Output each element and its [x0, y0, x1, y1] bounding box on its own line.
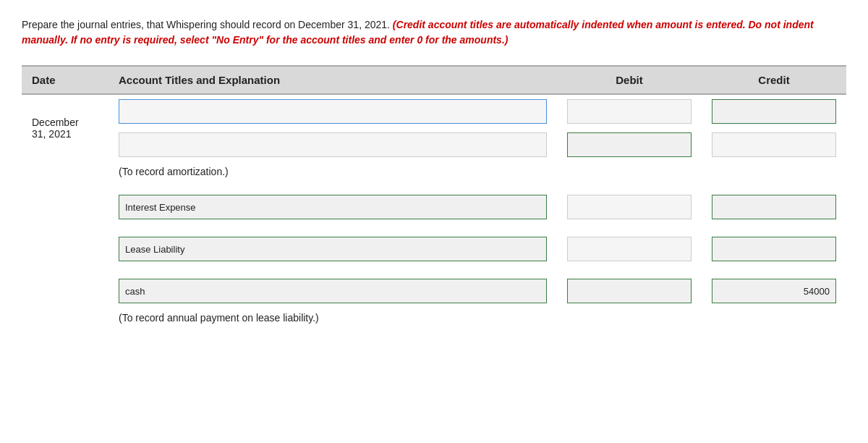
entry2-row1-credit-input[interactable]: [712, 195, 836, 219]
header-credit: Credit: [702, 66, 846, 94]
entry1-row2-debit-input[interactable]: [567, 132, 692, 157]
entry1-row2-account-cell: [109, 128, 557, 161]
table-header-row: Date Account Titles and Explanation Debi…: [22, 66, 846, 94]
entry2-note-row: (To record annual payment on lease liabi…: [22, 308, 846, 328]
entry2-row3: 54000: [22, 274, 846, 308]
entry2-row3-date-spacer: [22, 274, 109, 308]
entry2-row1-account-cell: [109, 190, 557, 224]
spacer-row-2: [22, 224, 846, 232]
entry1-row1-debit-cell: [557, 94, 702, 128]
spacer-row-1: [22, 182, 846, 190]
entry2-row2-account-cell: [109, 232, 557, 266]
entry2-row2-debit-input[interactable]: [567, 237, 692, 261]
entry2-note-text: (To record annual payment on lease liabi…: [109, 308, 846, 328]
entry2-row1-credit-cell: [702, 190, 846, 224]
entry1-row2-credit-cell: [702, 128, 846, 161]
entry2-row1: [22, 190, 846, 224]
entry2-row1-debit-cell: [557, 190, 702, 224]
entry1-row1-credit-input[interactable]: [712, 99, 836, 124]
entry2-row3-account-cell: [109, 274, 557, 308]
entry2-row3-account-input[interactable]: [119, 279, 547, 303]
entry1-row2: [22, 128, 846, 161]
header-date: Date: [22, 66, 109, 94]
entry1-note-row: (To record amortization.): [22, 161, 846, 182]
entry2-row3-debit-input[interactable]: [567, 279, 692, 303]
entry2-row3-debit-cell: [557, 274, 702, 308]
entry1-note-text: (To record amortization.): [109, 161, 846, 182]
instructions-normal: Prepare the journal entries, that Whispe…: [22, 19, 390, 30]
instructions-block: Prepare the journal entries, that Whispe…: [22, 17, 846, 48]
entry1-date: December31, 2021: [22, 94, 109, 161]
entry2-row1-account-input[interactable]: [119, 195, 547, 219]
spacer-row-3: [22, 266, 846, 274]
entry1-row1-debit-input[interactable]: [567, 99, 692, 124]
entry2-row2-account-input[interactable]: [119, 237, 547, 261]
entry2-row2-date-spacer: [22, 232, 109, 266]
journal-table: Date Account Titles and Explanation Debi…: [22, 65, 846, 328]
entry2-row1-debit-input[interactable]: [567, 195, 692, 219]
entry1-note-date-spacer: [22, 161, 109, 182]
header-account: Account Titles and Explanation: [109, 66, 557, 94]
entry1-row1: December31, 2021: [22, 94, 846, 128]
entry2-row3-credit-cell: 54000: [702, 274, 846, 308]
entry2-note-date-spacer: [22, 308, 109, 328]
entry2-row2-credit-cell: [702, 232, 846, 266]
entry2-row2-credit-input[interactable]: [712, 237, 836, 261]
header-debit: Debit: [557, 66, 702, 94]
entry2-row2-debit-cell: [557, 232, 702, 266]
entry1-row1-account-input[interactable]: [119, 99, 547, 124]
entry2-date-spacer: [22, 190, 109, 224]
entry2-row3-credit-value: 54000: [712, 279, 836, 303]
entry1-row2-credit-input[interactable]: [712, 132, 836, 157]
entry1-row1-account-cell: [109, 94, 557, 128]
entry1-row2-account-input[interactable]: [119, 132, 547, 157]
entry1-row2-debit-cell: [557, 128, 702, 161]
entry1-row1-credit-cell: [702, 94, 846, 128]
entry2-row2: [22, 232, 846, 266]
